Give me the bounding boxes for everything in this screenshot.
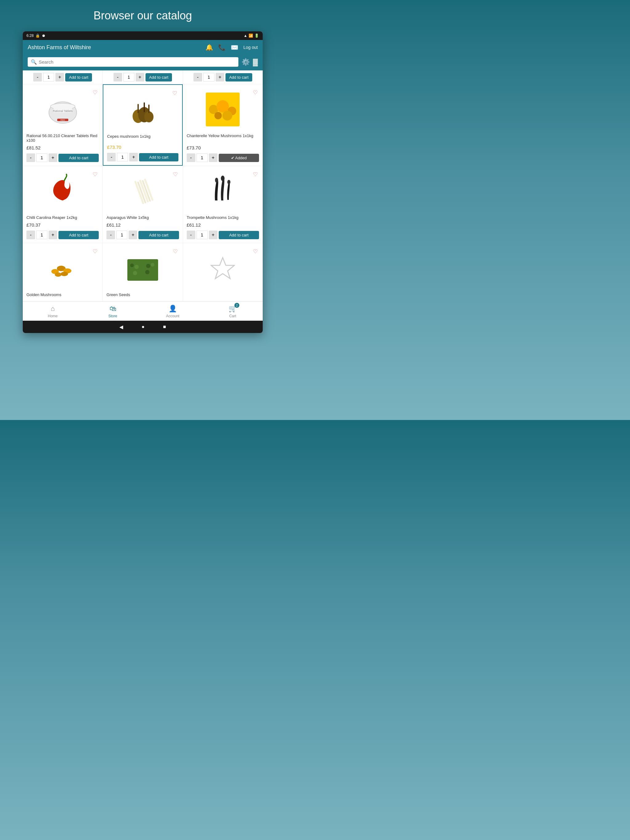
qty-plus-2[interactable]: + [129, 153, 138, 161]
favorite-button-2[interactable]: ♡ [172, 90, 177, 96]
home-button[interactable]: ● [141, 324, 144, 330]
nav-label-home: Home [47, 314, 57, 318]
favorite-button-6[interactable]: ♡ [253, 171, 258, 178]
email-icon[interactable]: ✉️ [231, 44, 238, 51]
product-card-6: ♡Trompette Mushrooms 1x1kg£61.12-+Add to… [183, 166, 263, 243]
back-button[interactable]: ◀ [119, 324, 123, 330]
product-price-5: £61.12 [106, 222, 179, 227]
svg-point-37 [133, 271, 137, 275]
favorite-button-9[interactable]: ♡ [253, 248, 258, 255]
svg-point-39 [145, 270, 149, 274]
prev-cart-cell-2: - + Add to cart [103, 70, 183, 84]
qty-plus-4[interactable]: + [49, 231, 57, 239]
product-name-4: Chilli Carolina Reaper 1x2kg [27, 215, 99, 220]
svg-point-33 [135, 265, 139, 269]
add-to-cart-button-2[interactable]: Add to cart [139, 153, 178, 161]
product-name-7: Golden Mushrooms [27, 292, 99, 297]
product-card-8: ♡Green Seeds [103, 243, 182, 301]
qty-input-4[interactable] [36, 231, 47, 239]
search-input[interactable] [39, 59, 235, 65]
add-to-cart-button-5[interactable]: Add to cart [138, 231, 179, 239]
qty-minus-3[interactable]: - [187, 153, 195, 162]
svg-rect-9 [138, 104, 139, 113]
product-image-wrap-9: ♡ [187, 247, 259, 290]
favorite-button-5[interactable]: ♡ [173, 171, 178, 178]
qty-input-6[interactable] [196, 231, 207, 239]
nav-icon-home: ⌂ [51, 305, 55, 313]
product-image-wrap-8: ♡ [106, 247, 179, 290]
svg-point-17 [222, 111, 232, 120]
qty-input-3[interactable] [196, 153, 207, 162]
svg-rect-11 [148, 104, 149, 113]
product-card-9: ♡ [183, 243, 263, 301]
bottom-nav: ⌂Home🛍Store👤Account🛒2Cart [23, 301, 263, 321]
phone-frame: 6:28 🔒 ⏺ ▲ 📶 🔋 Ashton Farms of Wiltshire… [23, 32, 263, 333]
product-card-2: ♡Cepes mushroom 1x1kg£73.70-+Add to cart [103, 84, 182, 166]
android-nav-bar: ◀ ● ■ [23, 321, 263, 333]
lock-icon: 🔒 [35, 33, 40, 38]
qty-minus-5[interactable]: - [106, 231, 115, 239]
favorite-button-8[interactable]: ♡ [173, 248, 178, 255]
nav-icon-cart: 🛒2 [229, 305, 237, 313]
qty-input-prev-3[interactable] [203, 73, 214, 82]
product-image-wrap-5: ♡ [106, 170, 179, 213]
svg-marker-40 [211, 257, 234, 279]
barcode-icon[interactable]: ▓ [253, 58, 258, 66]
search-icon: 🔍 [31, 59, 37, 65]
qty-input-1[interactable] [36, 153, 47, 162]
product-price-1: £81.52 [27, 145, 99, 150]
product-name-6: Trompette Mushrooms 1x1kg [187, 215, 259, 220]
product-price-3: £73.70 [187, 145, 259, 150]
nav-label-store: Store [108, 314, 117, 318]
qty-input-prev-1[interactable] [43, 73, 54, 82]
qty-minus-prev-3[interactable]: - [193, 73, 202, 82]
add-to-cart-button-3[interactable]: ✔ Added [219, 154, 259, 162]
add-cart-prev-1[interactable]: Add to cart [65, 73, 92, 82]
previous-cart-row: - + Add to cart - + Add to cart - + Add … [23, 70, 263, 84]
product-image-wrap-6: ♡ [187, 170, 259, 213]
qty-minus-6[interactable]: - [187, 231, 195, 239]
qty-input-prev-2[interactable] [123, 73, 135, 82]
svg-point-25 [227, 180, 230, 184]
qty-plus-prev-2[interactable]: + [136, 73, 144, 82]
qty-plus-1[interactable]: + [49, 153, 57, 162]
wifi-icon: ▲ [244, 33, 247, 38]
qty-plus-6[interactable]: + [209, 231, 217, 239]
svg-point-34 [140, 261, 145, 266]
favorite-button-3[interactable]: ♡ [253, 89, 258, 96]
product-card-3: ♡Chanterelle Yellow Mushrooms 1x1kg£73.7… [183, 84, 263, 166]
qty-minus-prev-1[interactable]: - [33, 73, 42, 82]
filter-icon[interactable]: ⚙️ [242, 58, 250, 66]
favorite-button-1[interactable]: ♡ [93, 89, 98, 96]
add-to-cart-button-1[interactable]: Add to cart [59, 154, 99, 162]
qty-minus-2[interactable]: - [107, 153, 116, 161]
favorite-button-7[interactable]: ♡ [93, 248, 98, 255]
product-card-1: Rational Tablets RED ♡Rational 56.00.210… [23, 84, 103, 166]
product-card-4: ♡Chilli Carolina Reaper 1x2kg£70.37-+Add… [23, 166, 103, 243]
add-to-cart-button-6[interactable]: Add to cart [219, 231, 259, 239]
qty-plus-prev-3[interactable]: + [216, 73, 224, 82]
add-to-cart-button-4[interactable]: Add to cart [59, 231, 99, 239]
nav-item-cart[interactable]: 🛒2Cart [203, 302, 263, 321]
favorite-button-4[interactable]: ♡ [93, 171, 98, 178]
recents-button[interactable]: ■ [163, 324, 166, 330]
qty-plus-5[interactable]: + [128, 231, 137, 239]
qty-minus-4[interactable]: - [27, 231, 35, 239]
logout-button[interactable]: Log out [243, 45, 258, 50]
qty-minus-1[interactable]: - [27, 153, 35, 162]
cart-badge: 2 [234, 303, 239, 308]
add-cart-prev-2[interactable]: Add to cart [146, 73, 172, 82]
qty-minus-prev-2[interactable]: - [114, 73, 122, 82]
qty-plus-3[interactable]: + [209, 153, 217, 162]
qty-input-5[interactable] [116, 231, 127, 239]
svg-point-29 [55, 272, 62, 277]
qty-input-2[interactable] [117, 153, 128, 161]
add-cart-prev-3[interactable]: Add to cart [225, 73, 252, 82]
qty-plus-prev-1[interactable]: + [55, 73, 64, 82]
nav-item-account[interactable]: 👤Account [143, 302, 203, 321]
product-price-2: £73.70 [107, 145, 178, 150]
nav-item-store[interactable]: 🛍Store [83, 302, 143, 321]
notification-icon[interactable]: 🔔 [206, 44, 213, 51]
phone-icon[interactable]: 📞 [218, 44, 226, 51]
nav-item-home[interactable]: ⌂Home [23, 302, 83, 321]
